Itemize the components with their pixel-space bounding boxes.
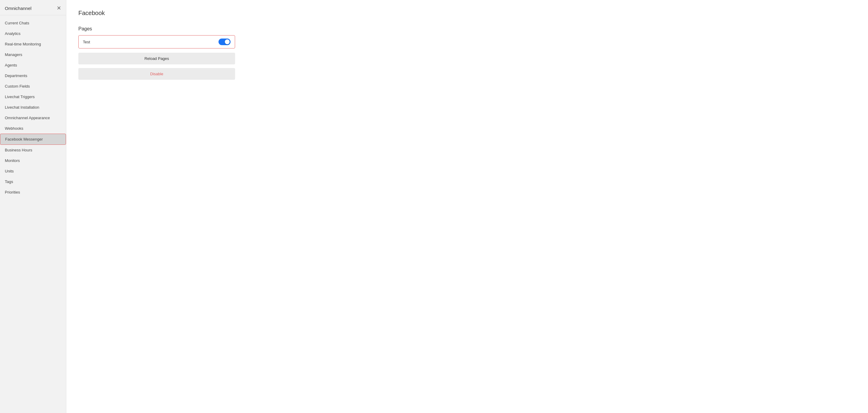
- sidebar-item-units[interactable]: Units: [0, 166, 66, 176]
- sidebar-title: Omnichannel: [5, 6, 31, 11]
- page-item-name-test-page: Test: [83, 40, 90, 44]
- toggle-test-page[interactable]: [218, 38, 230, 45]
- sidebar-item-departments[interactable]: Departments: [0, 70, 66, 81]
- sidebar-item-managers[interactable]: Managers: [0, 49, 66, 60]
- sidebar-item-current-chats[interactable]: Current Chats: [0, 18, 66, 28]
- sidebar-item-analytics[interactable]: Analytics: [0, 28, 66, 39]
- pages-list: Test: [79, 35, 235, 48]
- sidebar-item-agents[interactable]: Agents: [0, 60, 66, 70]
- disable-button[interactable]: Disable: [79, 68, 235, 80]
- close-icon[interactable]: ✕: [57, 5, 61, 11]
- sidebar-header: Omnichannel ✕: [0, 0, 66, 15]
- sidebar-item-omnichannel-appearance[interactable]: Omnichannel Appearance: [0, 112, 66, 123]
- sidebar: Omnichannel ✕ Current ChatsAnalyticsReal…: [0, 0, 66, 413]
- sidebar-item-business-hours[interactable]: Business Hours: [0, 145, 66, 155]
- page-title: Facebook: [79, 10, 856, 16]
- sidebar-item-facebook-messenger[interactable]: Facebook Messenger: [0, 134, 66, 145]
- sidebar-item-livechat-triggers[interactable]: Livechat Triggers: [0, 92, 66, 102]
- sidebar-item-monitors[interactable]: Monitors: [0, 155, 66, 166]
- toggle-track-test-page: [218, 38, 230, 45]
- sidebar-item-custom-fields[interactable]: Custom Fields: [0, 81, 66, 92]
- pages-container: Pages Test Reload Pages Disable: [79, 26, 235, 80]
- main-content: Facebook Pages Test Reload Pages Disable: [66, 0, 868, 413]
- pages-section-label: Pages: [79, 26, 235, 32]
- sidebar-item-tags[interactable]: Tags: [0, 176, 66, 187]
- reload-pages-button[interactable]: Reload Pages: [79, 53, 235, 64]
- sidebar-item-realtime-monitoring[interactable]: Real-time Monitoring: [0, 39, 66, 49]
- page-item-test-page: Test: [79, 35, 235, 48]
- sidebar-nav: Current ChatsAnalyticsReal-time Monitori…: [0, 15, 66, 200]
- sidebar-item-webhooks[interactable]: Webhooks: [0, 123, 66, 134]
- sidebar-item-livechat-installation[interactable]: Livechat Installation: [0, 102, 66, 112]
- sidebar-item-priorities[interactable]: Priorities: [0, 187, 66, 198]
- toggle-thumb-test-page: [225, 39, 230, 44]
